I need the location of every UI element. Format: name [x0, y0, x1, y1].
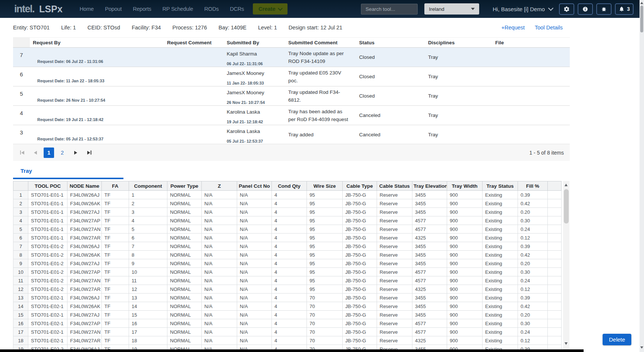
tray-cell: 900 — [447, 216, 483, 225]
tray-cell: JB-750-G — [343, 208, 377, 216]
tray-cell: 900 — [447, 251, 483, 259]
tray-cell: N/A — [202, 208, 237, 216]
request-row[interactable]: 6Request Date: 11 Jan 22 - 18:05:33James… — [13, 67, 570, 86]
last-page-button[interactable] — [84, 148, 94, 158]
tray-row[interactable]: 18STO701-E02-1F34L0W27ARTF18NORMALN/AN/A… — [13, 336, 562, 345]
page-button-2[interactable]: 2 — [57, 148, 67, 158]
tray-row[interactable]: 2STO701-E01-1F34L0W26AKTF2NORMALN/AN/A49… — [13, 199, 562, 208]
tray-row[interactable]: 13STO701-E02-1F34L0W26AJTF13NORMALN/AN/A… — [13, 294, 562, 302]
navbar-link-rp-schedule[interactable]: RP Schedule — [163, 6, 193, 12]
info-button[interactable] — [578, 3, 593, 15]
tray-cell-filler — [548, 259, 562, 268]
tray-cell: 95 — [307, 216, 343, 225]
tray-cell: 4 — [272, 225, 307, 234]
info-field-bay: Bay: 1409E — [219, 25, 246, 31]
tray-row[interactable]: 1STO701-E01-1F34L0W26AJTF1NORMALN/AN/A49… — [13, 191, 562, 199]
tray-cell: 0.30 — [518, 319, 548, 328]
tray-cell: N/A — [237, 276, 272, 285]
tray-cell: N/A — [237, 268, 272, 276]
tool-details-link[interactable]: Tool Details — [535, 25, 563, 31]
user-menu[interactable]: Hi, Basesite [i] Demo — [493, 6, 553, 12]
tray-cell: N/A — [237, 259, 272, 268]
navbar-link-reports[interactable]: Reports — [133, 6, 151, 12]
entity-info-bar: Entity: STO701Life: 1CEID: STOsdFacility… — [0, 18, 636, 37]
scrollbar-thumb[interactable] — [640, 6, 643, 32]
page-scrollbar[interactable] — [640, 0, 644, 352]
region-select[interactable]: Ireland — [424, 3, 479, 15]
tray-row[interactable]: 4STO701-E01-1F34L0W27APTF4NORMALN/AN/A49… — [13, 216, 562, 225]
search-input[interactable] — [361, 4, 418, 15]
tray-cell: 0.30 — [518, 268, 548, 276]
tray-cell: STO701-E02-1 — [28, 311, 67, 319]
tray-cell: Reserve — [377, 191, 412, 199]
scroll-down-icon[interactable] — [640, 346, 643, 349]
request-row[interactable]: 5Request Date: 26 Nov 21 - 10:27:54James… — [13, 86, 570, 106]
tray-cell: Existing — [483, 216, 518, 225]
tray-cell: 17 — [129, 328, 167, 336]
tray-row[interactable]: 15STO701-E02-1F34L0W27AJTF15NORMALN/AN/A… — [13, 311, 562, 319]
tray-cell: N/A — [202, 294, 237, 302]
tab-tray[interactable]: Tray — [21, 168, 32, 174]
tray-row[interactable]: 16STO701-E02-1F34L0W27APTF16NORMALN/AN/A… — [13, 319, 562, 328]
tray-row[interactable]: 14STO701-E02-1F34L0W26AKTF14NORMALN/AN/A… — [13, 302, 562, 311]
tray-cell: 4 — [272, 251, 307, 259]
tray-row[interactable]: 11STO701-E01-2F34L0W27ANTF11NORMALN/AN/A… — [13, 276, 562, 285]
add-request-link[interactable]: +Request — [502, 25, 525, 31]
tray-row[interactable]: 7STO701-E01-2F34L0W26AJTF7NORMALN/AN/A49… — [13, 242, 562, 251]
navbar-link-home[interactable]: Home — [80, 6, 94, 12]
tray-cell: 4 — [272, 234, 307, 242]
request-row[interactable]: 3Request Date: 05 Jul 21 - 12:53:37Karol… — [13, 125, 570, 145]
tray-cell: N/A — [237, 242, 272, 251]
create-button[interactable]: Create — [253, 3, 288, 15]
tray-cell: Existing — [483, 242, 518, 251]
tray-table-scrollbar[interactable] — [563, 181, 569, 349]
settings-button[interactable] — [559, 3, 574, 15]
tray-row[interactable]: 17STO701-E02-1F34L0W27ANTF17NORMALN/AN/A… — [13, 328, 562, 336]
tray-cell: 10 — [129, 268, 167, 276]
page-button-1[interactable]: 1 — [44, 148, 54, 158]
bug-report-button[interactable] — [596, 3, 612, 15]
tray-cell: N/A — [237, 302, 272, 311]
tray-column-header: Cable Status — [377, 181, 412, 191]
request-row[interactable]: 4Request Date: 19 Jul 21 - 12:18:42Karol… — [13, 106, 570, 125]
tray-cell: 10 — [13, 268, 28, 276]
tray-row[interactable]: 12STO701-E01-2F34L0W27ARTF12NORMALN/AN/A… — [13, 285, 562, 294]
tray-cell: Reserve — [377, 302, 412, 311]
tray-cell: 95 — [307, 225, 343, 234]
tray-row[interactable]: 9STO701-E01-2F34L0W27AJTF9NORMALN/AN/A49… — [13, 259, 562, 268]
tray-cell: Reserve — [377, 259, 412, 268]
tray-cell: 16 — [13, 319, 28, 328]
delete-button[interactable]: Delete — [603, 334, 631, 345]
scroll-down-icon[interactable] — [565, 342, 568, 345]
first-page-button[interactable] — [17, 148, 27, 158]
tray-cell: Existing — [483, 319, 518, 328]
tray-cell: 95 — [307, 285, 343, 294]
tray-cell: Existing — [483, 259, 518, 268]
navbar-link-rods[interactable]: RODs — [204, 6, 219, 12]
tray-row[interactable]: 10STO701-E01-2F34L0W27APTF10NORMALN/AN/A… — [13, 268, 562, 276]
tray-row[interactable]: 8STO701-E01-2F34L0W26AKTF8NORMALN/AN/A49… — [13, 251, 562, 259]
tray-row[interactable]: 6STO701-E01-1F34L0W27ARTF6NORMALN/AN/A49… — [13, 234, 562, 242]
top-navbar: intel. LSPx HomePopoutReportsRP Schedule… — [0, 0, 640, 18]
previous-page-button[interactable] — [30, 148, 41, 158]
tray-cell: Existing — [483, 199, 518, 208]
navbar-link-popout[interactable]: Popout — [105, 6, 122, 12]
submitted-date-text: 19 Jul 21- 12:18:42 — [227, 120, 282, 124]
tray-cell: 0.24 — [518, 276, 548, 285]
tray-cell-filler — [548, 199, 562, 208]
tray-cell: 3 — [129, 208, 167, 216]
tray-cell: JB-750-G — [343, 268, 377, 276]
scroll-up-icon[interactable] — [565, 184, 568, 186]
scroll-up-icon[interactable] — [640, 2, 643, 4]
request-row[interactable]: 7Request Date: 06 Jul 22 - 11:31:06Kapil… — [13, 48, 570, 67]
notifications-button[interactable]: 3 — [615, 3, 634, 15]
next-page-button[interactable] — [70, 148, 81, 158]
tray-cell: 7 — [13, 242, 28, 251]
navbar-link-dcrs[interactable]: DCRs — [230, 6, 244, 12]
tray-cell: Reserve — [377, 225, 412, 234]
tray-cell: STO701-E01-1 — [28, 199, 67, 208]
tray-row[interactable]: 5STO701-E01-1F34L0W27ANTF5NORMALN/AN/A49… — [13, 225, 562, 234]
tray-cell: TF — [102, 259, 129, 268]
tray-row[interactable]: 3STO701-E01-1F34L0W27AJTF3NORMALN/AN/A49… — [13, 208, 562, 216]
scrollbar-thumb[interactable] — [564, 189, 569, 223]
